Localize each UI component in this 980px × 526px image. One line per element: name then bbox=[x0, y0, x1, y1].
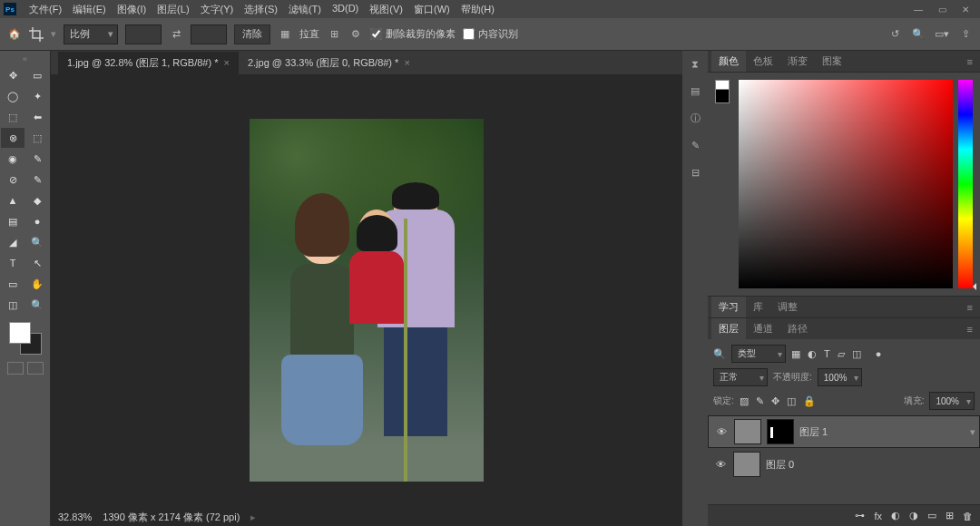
info-icon[interactable]: ⓘ bbox=[688, 111, 702, 125]
tool-10[interactable]: ⊘ bbox=[1, 170, 24, 190]
brush-settings-icon[interactable]: ⊟ bbox=[688, 165, 702, 180]
menu-item[interactable]: 视图(V) bbox=[364, 1, 408, 18]
lock-pos-icon[interactable]: ✥ bbox=[771, 395, 779, 407]
fx-icon[interactable]: fx bbox=[874, 511, 882, 521]
lock-artboard-icon[interactable]: ◫ bbox=[787, 395, 796, 407]
filter-pixel-icon[interactable]: ▦ bbox=[791, 348, 800, 360]
tool-17[interactable]: 🔍 bbox=[25, 232, 49, 252]
tool-16[interactable]: ◢ bbox=[1, 232, 24, 252]
color-back[interactable] bbox=[715, 89, 730, 103]
visibility-icon[interactable]: 👁 bbox=[714, 426, 729, 437]
reset-icon[interactable]: ↺ bbox=[887, 27, 902, 42]
panel-menu-icon[interactable]: ≡ bbox=[964, 56, 976, 67]
tool-22[interactable]: ◫ bbox=[1, 295, 24, 315]
grid-icon[interactable]: ⊞ bbox=[327, 27, 341, 42]
new-layer-icon[interactable]: ⊞ bbox=[946, 510, 954, 521]
panel-tab[interactable]: 调整 bbox=[770, 297, 805, 317]
swap-icon[interactable]: ⇄ bbox=[169, 27, 183, 42]
tab-close-icon[interactable]: × bbox=[404, 57, 409, 68]
clear-button[interactable]: 清除 bbox=[234, 24, 270, 44]
content-aware-checkbox[interactable]: 内容识别 bbox=[463, 27, 518, 41]
group-icon[interactable]: ▭ bbox=[927, 510, 936, 521]
tool-11[interactable]: ✎ bbox=[25, 170, 49, 190]
tool-14[interactable]: ▤ bbox=[1, 211, 24, 231]
blend-mode-select[interactable]: 正常 bbox=[713, 368, 768, 386]
straighten-icon[interactable]: ▦ bbox=[278, 27, 292, 42]
crop-tool-icon[interactable] bbox=[29, 27, 44, 42]
ratio-select[interactable]: 比例 bbox=[64, 24, 118, 44]
panel-tab[interactable]: 通道 bbox=[746, 318, 780, 339]
tool-4[interactable]: ⬚ bbox=[1, 107, 24, 127]
properties-icon[interactable]: ▤ bbox=[688, 83, 702, 98]
tab-close-icon[interactable]: × bbox=[223, 57, 229, 68]
workspace-icon[interactable]: ▭▾ bbox=[935, 27, 949, 42]
delete-icon[interactable]: 🗑 bbox=[963, 511, 973, 521]
quickmask-toggle[interactable] bbox=[7, 362, 44, 375]
menu-item[interactable]: 文字(Y) bbox=[195, 1, 240, 18]
fill-input[interactable]: 100% bbox=[929, 392, 975, 410]
panel-tab[interactable]: 渐变 bbox=[780, 51, 815, 72]
hue-slider[interactable] bbox=[958, 80, 973, 288]
visibility-icon[interactable]: 👁 bbox=[713, 459, 728, 470]
gear-icon[interactable]: ⚙ bbox=[348, 27, 363, 42]
tool-3[interactable]: ✦ bbox=[25, 86, 49, 106]
menu-item[interactable]: 图层(L) bbox=[152, 1, 194, 18]
adjustment-icon[interactable]: ◑ bbox=[909, 510, 918, 521]
tool-1[interactable]: ▭ bbox=[25, 65, 49, 85]
filter-type-icon[interactable]: T bbox=[824, 348, 830, 360]
menu-item[interactable]: 图像(I) bbox=[112, 1, 152, 18]
canvas[interactable]: 32.83% 1390 像素 x 2174 像素 (72 ppi) ▸ bbox=[51, 74, 682, 526]
zoom-level[interactable]: 32.83% bbox=[58, 511, 92, 522]
layer-row[interactable]: 👁图层 0 bbox=[708, 448, 980, 481]
tool-8[interactable]: ◉ bbox=[1, 149, 24, 169]
tool-20[interactable]: ▭ bbox=[1, 274, 24, 294]
layer-thumbnail[interactable] bbox=[733, 452, 760, 477]
menu-item[interactable]: 选择(S) bbox=[239, 1, 283, 18]
delete-pixels-checkbox[interactable]: 删除裁剪的像素 bbox=[370, 27, 456, 41]
tool-15[interactable]: ● bbox=[25, 211, 49, 231]
panel-tab[interactable]: 图层 bbox=[711, 318, 746, 339]
tool-0[interactable]: ✥ bbox=[1, 65, 24, 85]
layer-row[interactable]: 👁图层 1 bbox=[708, 415, 980, 448]
filter-adjust-icon[interactable]: ◐ bbox=[808, 348, 817, 360]
panel-tab[interactable]: 库 bbox=[746, 297, 770, 317]
history-icon[interactable]: ⧗ bbox=[688, 56, 702, 71]
menu-item[interactable]: 帮助(H) bbox=[456, 1, 500, 18]
tool-21[interactable]: ✋ bbox=[25, 274, 49, 294]
tool-18[interactable]: T bbox=[1, 253, 24, 273]
panel-menu-icon[interactable]: ≡ bbox=[964, 302, 976, 313]
layer-thumbnail[interactable] bbox=[734, 419, 761, 444]
menu-item[interactable]: 滤镜(T) bbox=[283, 1, 327, 18]
menu-item[interactable]: 窗口(W) bbox=[408, 1, 456, 18]
tool-12[interactable]: ▲ bbox=[1, 190, 24, 210]
filter-toggle-icon[interactable]: ● bbox=[876, 348, 882, 360]
layer-mask[interactable] bbox=[767, 419, 794, 444]
link-icon[interactable]: ⊶ bbox=[855, 510, 865, 521]
layer-name[interactable]: 图层 1 bbox=[799, 425, 828, 439]
share-icon[interactable]: ⇪ bbox=[958, 27, 973, 42]
width-input[interactable] bbox=[125, 24, 162, 44]
tool-9[interactable]: ✎ bbox=[25, 149, 49, 169]
layer-name[interactable]: 图层 0 bbox=[766, 458, 794, 472]
menu-item[interactable]: 文件(F) bbox=[24, 1, 67, 18]
color-swatch[interactable] bbox=[9, 322, 42, 355]
foreground-color[interactable] bbox=[9, 322, 31, 344]
filter-smart-icon[interactable]: ◫ bbox=[852, 348, 861, 360]
panel-tab[interactable]: 学习 bbox=[711, 297, 746, 317]
panel-menu-icon[interactable]: ≡ bbox=[964, 324, 976, 335]
height-input[interactable] bbox=[191, 24, 227, 44]
opacity-input[interactable]: 100% bbox=[818, 368, 863, 386]
panel-tab[interactable]: 色板 bbox=[746, 51, 780, 72]
tool-23[interactable]: 🔍 bbox=[25, 295, 49, 315]
menu-item[interactable]: 编辑(E) bbox=[67, 1, 112, 18]
tool-6[interactable]: ⊗ bbox=[1, 128, 24, 148]
tool-2[interactable]: ◯ bbox=[1, 86, 24, 106]
menu-item[interactable]: 3D(D) bbox=[327, 1, 364, 18]
lock-paint-icon[interactable]: ✎ bbox=[756, 395, 764, 407]
panel-tab[interactable]: 路径 bbox=[780, 318, 815, 339]
tool-19[interactable]: ↖ bbox=[25, 253, 49, 273]
filter-shape-icon[interactable]: ▱ bbox=[838, 348, 845, 360]
tool-5[interactable]: ⬅ bbox=[25, 107, 49, 127]
document-tab[interactable]: 1.jpg @ 32.8% (图层 1, RGB/8#) *× bbox=[58, 52, 239, 74]
panel-tab[interactable]: 颜色 bbox=[711, 51, 746, 72]
